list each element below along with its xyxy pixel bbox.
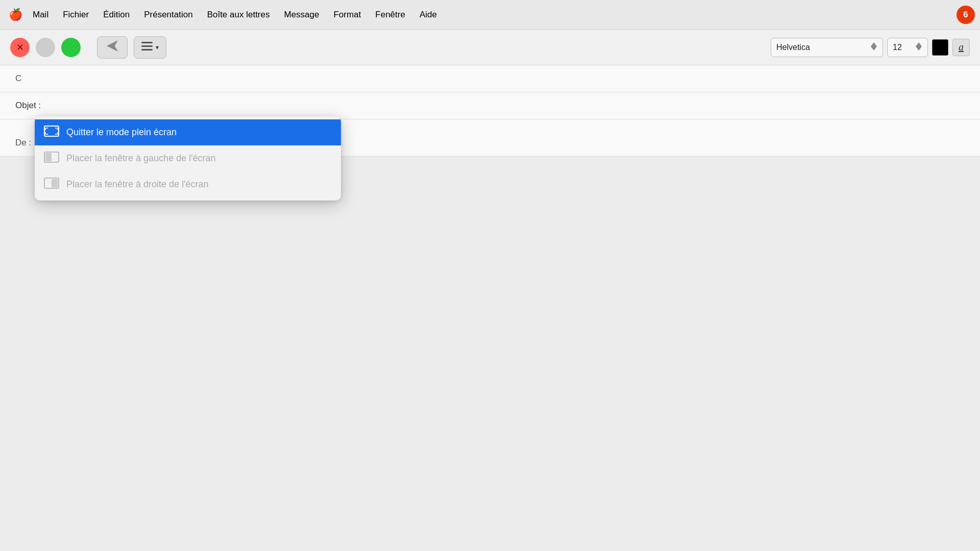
svg-rect-3 xyxy=(141,49,153,51)
right-half-icon xyxy=(44,178,59,191)
to-row: C xyxy=(0,65,980,92)
apple-icon: 🍎 xyxy=(9,8,22,21)
menubar-fichier[interactable]: Fichier xyxy=(56,0,96,30)
menubar-mail[interactable]: Mail xyxy=(26,0,56,30)
menubar-boite[interactable]: Boîte aux lettres xyxy=(200,0,277,30)
svg-marker-5 xyxy=(871,46,877,51)
rich-text-icon: a xyxy=(959,41,964,53)
font-toolbar: Helvetica 12 a xyxy=(771,38,970,57)
svg-rect-20 xyxy=(52,179,58,187)
menubar-presentation[interactable]: Présentation xyxy=(137,0,200,30)
apple-menu[interactable]: 🍎 xyxy=(5,0,26,30)
text-color-swatch[interactable] xyxy=(932,39,948,56)
menubar-message[interactable]: Message xyxy=(277,0,326,30)
window-maximize-button[interactable] xyxy=(61,38,81,57)
chevron-down-icon: ▾ xyxy=(156,44,159,51)
compose-area: C Objet : De : CMAC | Christophe Schmitt xyxy=(0,65,980,157)
dropdown-item-fullscreen-label: Quitter le mode plein écran xyxy=(66,127,177,138)
menubar-aide[interactable]: Aide xyxy=(412,0,444,30)
subject-row: Objet : xyxy=(0,92,980,119)
font-name-label: Helvetica xyxy=(776,43,810,52)
font-size-selector[interactable]: 12 xyxy=(887,38,928,57)
to-label: C xyxy=(15,73,46,84)
font-name-stepper-icon xyxy=(870,41,877,54)
dropdown-item-left-label: Placer la fenêtre à gauche de l'écran xyxy=(66,153,216,164)
send-icon xyxy=(105,39,119,56)
left-half-icon xyxy=(44,152,59,165)
close-icon: ✕ xyxy=(16,42,24,53)
list-icon xyxy=(141,42,153,53)
window-minimize-button[interactable] xyxy=(36,38,55,57)
window-dropdown-menu: Quitter le mode plein écran Placer la fe… xyxy=(35,116,341,201)
dropdown-item-right-label: Placer la fenêtre à droite de l'écran xyxy=(66,179,209,190)
dropdown-item-right[interactable]: Placer la fenêtre à droite de l'écran xyxy=(35,171,341,197)
list-options-button[interactable]: ▾ xyxy=(134,36,166,59)
dropdown-item-fullscreen[interactable]: Quitter le mode plein écran xyxy=(35,119,341,145)
menubar-format[interactable]: Format xyxy=(326,0,368,30)
font-size-label: 12 xyxy=(893,43,902,52)
subject-label: Objet : xyxy=(15,101,46,111)
rich-text-button[interactable]: a xyxy=(952,39,970,56)
menubar-fenetre[interactable]: Fenêtre xyxy=(368,0,412,30)
menubar: 🍎 Mail Fichier Édition Présentation Boît… xyxy=(0,0,980,30)
svg-marker-6 xyxy=(916,42,922,46)
dropdown-item-left[interactable]: Placer la fenêtre à gauche de l'écran xyxy=(35,145,341,171)
svg-marker-7 xyxy=(916,46,922,51)
font-size-stepper-icon xyxy=(915,41,922,54)
font-name-selector[interactable]: Helvetica xyxy=(771,38,883,57)
svg-rect-2 xyxy=(141,45,153,47)
notification-badge: 6 xyxy=(957,6,975,24)
fullscreen-icon xyxy=(44,126,59,139)
svg-rect-8 xyxy=(44,126,59,136)
window-close-button[interactable]: ✕ xyxy=(10,38,30,57)
toolbar: ✕ ▾ Helvetica xyxy=(0,30,980,65)
svg-marker-4 xyxy=(871,42,877,46)
svg-rect-18 xyxy=(45,153,52,161)
menubar-edition[interactable]: Édition xyxy=(96,0,137,30)
send-button[interactable] xyxy=(97,36,128,59)
svg-rect-1 xyxy=(141,42,153,43)
